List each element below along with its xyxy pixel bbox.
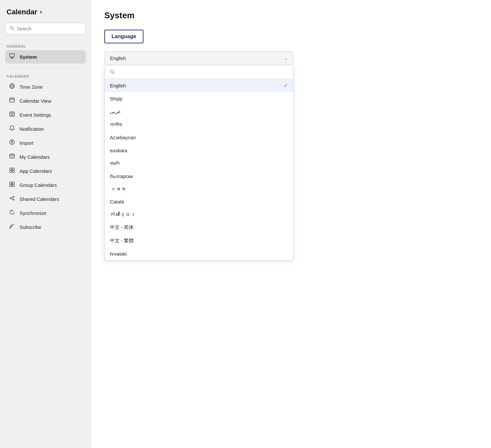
page-title: System [104, 10, 478, 21]
import-icon [8, 139, 16, 147]
sidebar-item-notification[interactable]: Notification [5, 122, 86, 136]
language-option-chinese-simplified[interactable]: 中文 - 简体 [105, 221, 293, 234]
divider [5, 67, 86, 68]
svg-point-35 [13, 199, 14, 201]
sidebar-item-event-settings[interactable]: Event Settings [5, 108, 86, 122]
language-option-assamese[interactable]: অসমীয়া [105, 118, 293, 131]
app-title: Calendar [7, 8, 37, 16]
sidebar-item-system-label: System [20, 54, 37, 60]
svg-line-40 [113, 72, 114, 73]
svg-rect-8 [10, 98, 14, 102]
sidebar-item-timezone-label: Time Zone [20, 84, 43, 90]
language-option-azerbaycan[interactable]: Azərbaycan [105, 131, 293, 144]
sidebar-item-group-calendars-label: Group Calendars [20, 182, 57, 188]
sidebar-item-notification-label: Notification [20, 126, 44, 132]
search-input[interactable] [17, 26, 82, 31]
language-option-bengali[interactable]: বাঙালি [105, 157, 293, 170]
search-icon [9, 26, 14, 32]
app-calendars-icon [8, 167, 16, 175]
sidebar-item-synchronize-label: Synchronize [20, 210, 47, 216]
language-option-burmese[interactable]: ဗမာစာ [105, 183, 293, 195]
language-dropdown-panel: English ✓ Shqip عربى অসমীয়া Azərbaycan … [104, 65, 293, 261]
sidebar-item-subscribe-label: Subscribe [20, 224, 41, 230]
svg-line-36 [11, 197, 13, 198]
svg-rect-27 [10, 171, 12, 172]
shared-calendars-icon [8, 195, 16, 203]
sidebar-item-event-settings-label: Event Settings [20, 112, 51, 118]
sidebar-item-subscribe[interactable]: Subscribe [5, 220, 86, 234]
svg-rect-30 [12, 182, 14, 184]
bell-icon [8, 125, 16, 133]
sidebar-item-group-calendars[interactable]: Group Calendars [5, 178, 86, 192]
language-option-english[interactable]: English ✓ [105, 79, 293, 92]
sidebar: Calendar ▾ GENERAL System CALENDAR [0, 0, 91, 448]
chevron-down-icon[interactable]: ▾ [40, 9, 42, 15]
select-chevron-icon: ⌄ [284, 56, 288, 61]
language-option-euskara[interactable]: euskara [105, 144, 293, 157]
globe-icon [8, 83, 16, 91]
svg-rect-25 [10, 168, 12, 170]
sidebar-item-system[interactable]: System [5, 50, 86, 64]
svg-rect-31 [10, 185, 12, 187]
svg-line-37 [11, 199, 13, 200]
sidebar-item-app-calendars-label: App Calendars [20, 168, 52, 174]
synchronize-icon [8, 209, 16, 217]
svg-rect-2 [10, 54, 14, 57]
sidebar-item-import[interactable]: Import [5, 136, 86, 150]
svg-point-14 [11, 114, 13, 116]
sidebar-item-shared-calendars[interactable]: Shared Calendars [5, 192, 86, 206]
main-content: System Language English ⌄ English ✓ Shqi… [91, 0, 491, 448]
sidebar-item-calendar-view-label: Calendar View [20, 98, 51, 104]
event-settings-icon [8, 111, 16, 119]
dropdown-search-input[interactable] [117, 69, 288, 75]
language-select-wrapper: English ⌄ English ✓ Shqip عربى [104, 51, 293, 261]
language-option-arabic[interactable]: عربى [105, 105, 293, 118]
language-option-khmer[interactable]: កាសាខ្មែរ [105, 208, 293, 221]
svg-point-38 [9, 228, 10, 229]
calendar-view-icon [8, 97, 16, 105]
dropdown-search-box[interactable] [105, 65, 293, 79]
sidebar-item-my-calendars[interactable]: My Calendars [5, 150, 86, 164]
check-icon: ✓ [284, 82, 288, 89]
calendar-section-label: CALENDAR [5, 74, 86, 78]
svg-rect-28 [12, 171, 14, 172]
system-icon [8, 53, 16, 61]
sidebar-item-synchronize[interactable]: Synchronize [5, 206, 86, 220]
language-tab[interactable]: Language [104, 30, 143, 43]
svg-point-34 [13, 196, 14, 198]
sidebar-item-my-calendars-label: My Calendars [20, 154, 50, 160]
sidebar-item-calendar-view[interactable]: Calendar View [5, 94, 86, 108]
svg-line-1 [12, 29, 13, 30]
language-option-bulgarian[interactable]: български [105, 170, 293, 183]
sidebar-item-app-calendars[interactable]: App Calendars [5, 164, 86, 178]
language-select-display[interactable]: English ⌄ [104, 51, 293, 65]
svg-rect-32 [12, 185, 14, 187]
general-section-label: GENERAL [5, 44, 86, 48]
language-option-shqip[interactable]: Shqip [105, 92, 293, 105]
sidebar-header: Calendar ▾ [5, 8, 86, 16]
language-option-catala[interactable]: Català [105, 195, 293, 208]
dropdown-search-icon [110, 69, 115, 75]
search-box[interactable] [5, 23, 86, 35]
svg-rect-20 [10, 154, 14, 158]
my-calendars-icon [8, 153, 16, 161]
group-calendars-icon [8, 181, 16, 189]
svg-rect-26 [12, 168, 14, 170]
sidebar-item-shared-calendars-label: Shared Calendars [20, 196, 59, 202]
subscribe-icon [8, 223, 16, 231]
svg-rect-29 [10, 182, 12, 184]
selected-language-label: English [110, 55, 126, 61]
language-option-chinese-traditional[interactable]: 中文 - 繁體 [105, 234, 293, 247]
svg-point-33 [10, 198, 11, 199]
language-option-croatian[interactable]: hrvatski [105, 247, 293, 260]
sidebar-item-timezone[interactable]: Time Zone [5, 80, 86, 94]
sidebar-item-import-label: Import [20, 140, 34, 146]
